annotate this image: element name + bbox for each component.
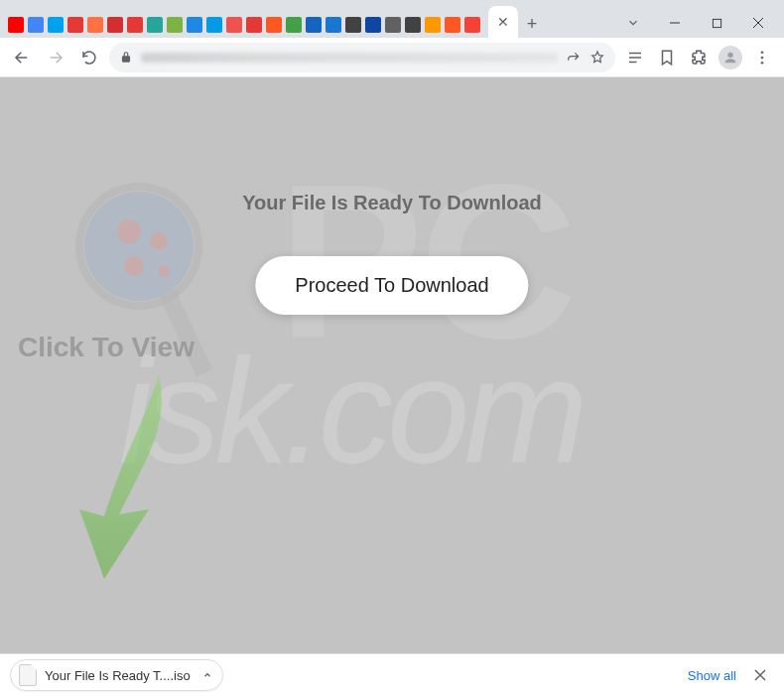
extension-wave-icon[interactable]	[425, 17, 441, 33]
close-window-button[interactable]	[738, 8, 778, 38]
extension-rec-icon[interactable]	[246, 17, 262, 33]
url-text-blurred	[141, 53, 558, 63]
svg-point-9	[124, 256, 144, 276]
bookmark-star-icon[interactable]	[589, 50, 605, 66]
browser-titlebar: ✕ +	[0, 0, 784, 38]
download-filename: Your File Is Ready T....iso	[45, 668, 191, 683]
back-button[interactable]	[8, 44, 36, 71]
file-icon	[19, 664, 37, 686]
window-controls	[613, 8, 784, 38]
download-item[interactable]: Your File Is Ready T....iso	[10, 659, 223, 691]
address-bar[interactable]	[109, 43, 615, 72]
extension-youtube-icon[interactable]	[8, 17, 24, 33]
extension-play2-icon[interactable]	[286, 17, 302, 33]
click-to-view-text: Click To View	[18, 332, 195, 363]
extension-icons-row	[0, 13, 486, 38]
extension-l-icon[interactable]	[326, 17, 341, 33]
extension-dl3-icon[interactable]	[266, 17, 282, 33]
extension-sc-icon[interactable]	[445, 17, 460, 33]
extension-note-icon[interactable]	[167, 17, 183, 33]
close-download-bar-button[interactable]	[746, 669, 774, 681]
toolbar-right	[621, 44, 776, 71]
svg-point-8	[150, 232, 168, 250]
maximize-button[interactable]	[697, 8, 736, 38]
extension-play-icon[interactable]	[107, 17, 123, 33]
extension-cloud-dl-icon[interactable]	[48, 17, 64, 33]
reload-button[interactable]	[75, 44, 103, 71]
active-tab[interactable]: ✕	[488, 6, 518, 38]
extension-music-icon[interactable]	[147, 17, 163, 33]
extension-code-icon[interactable]	[206, 17, 222, 33]
download-bar: Your File Is Ready T....iso Show all	[0, 653, 784, 696]
extension-disc-icon[interactable]	[345, 17, 361, 33]
extension-play3-icon[interactable]	[405, 17, 421, 33]
svg-point-7	[117, 219, 141, 243]
minimize-button[interactable]	[655, 8, 695, 38]
headline-text: Your File Is Ready To Download	[0, 192, 784, 214]
profile-avatar[interactable]	[717, 44, 744, 71]
extension-dl4-icon[interactable]	[464, 17, 480, 33]
proceed-download-button[interactable]: Proceed To Download	[255, 256, 528, 315]
extension-globe-icon[interactable]	[385, 17, 401, 33]
extension-dl-red-icon[interactable]	[67, 17, 83, 33]
svg-rect-1	[713, 19, 720, 27]
svg-point-2	[727, 52, 732, 57]
down-arrow-icon	[50, 365, 189, 584]
lock-icon	[119, 51, 133, 65]
svg-point-3	[761, 51, 764, 54]
extensions-icon[interactable]	[685, 44, 713, 71]
tab-search-chevron-icon[interactable]	[613, 8, 653, 38]
show-all-button[interactable]: Show all	[678, 662, 746, 689]
svg-point-5	[761, 61, 764, 64]
bookmark-icon[interactable]	[653, 44, 681, 71]
download-chevron-icon[interactable]	[202, 670, 212, 680]
browser-toolbar	[0, 38, 784, 77]
menu-dots-icon[interactable]	[748, 44, 776, 71]
extension-eq-icon[interactable]	[365, 17, 381, 33]
new-tab-button[interactable]: +	[518, 10, 546, 38]
extension-dl-red2-icon[interactable]	[127, 17, 143, 33]
page-content: PC isk.com Your File Is Ready To Downloa…	[0, 77, 784, 653]
svg-point-4	[761, 56, 764, 59]
svg-point-10	[158, 265, 170, 277]
forward-button[interactable]	[42, 44, 69, 71]
extension-doc-icon[interactable]	[187, 17, 202, 33]
reading-list-icon[interactable]	[621, 44, 649, 71]
extension-tv-icon[interactable]	[306, 17, 322, 33]
extension-cloud2-icon[interactable]	[87, 17, 103, 33]
extension-google-icon[interactable]	[28, 17, 44, 33]
share-icon[interactable]	[566, 50, 582, 66]
close-tab-icon[interactable]: ✕	[497, 14, 509, 30]
extension-audio-icon[interactable]	[226, 17, 242, 33]
